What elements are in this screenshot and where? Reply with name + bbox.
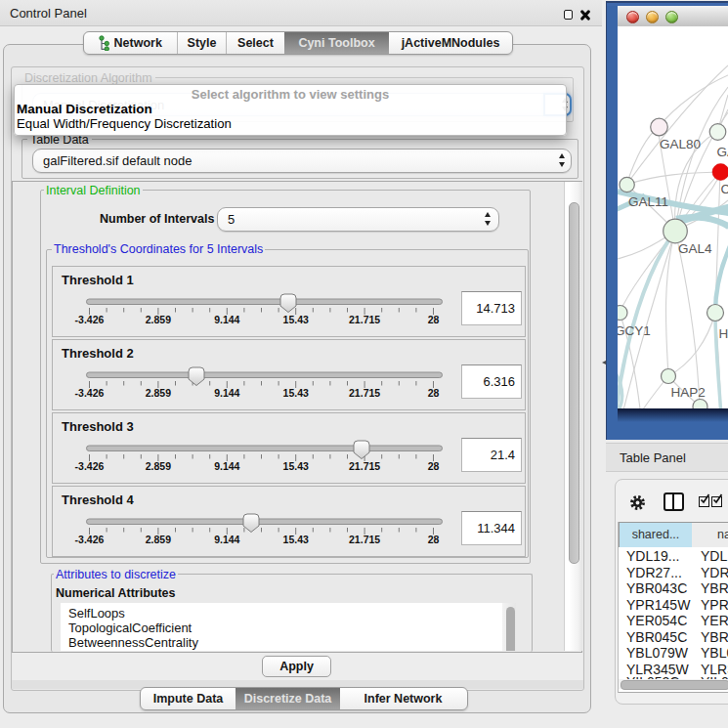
svg-text:28: 28: [428, 534, 440, 545]
svg-text:HAP2: HAP2: [671, 385, 706, 400]
svg-text:GCY1: GCY1: [618, 323, 651, 338]
svg-text:2.859: 2.859: [146, 460, 171, 472]
svg-text:2.859: 2.859: [146, 314, 171, 325]
svg-text:9.144: 9.144: [214, 314, 239, 325]
svg-text:21.715: 21.715: [349, 387, 380, 399]
svg-text:28: 28: [428, 460, 440, 472]
svg-text:21.715: 21.715: [349, 534, 380, 545]
svg-text:21.715: 21.715: [349, 314, 380, 325]
svg-text:21.715: 21.715: [349, 460, 380, 472]
svg-text:CYC8: CYC8: [721, 182, 728, 196]
svg-text:-3.426: -3.426: [75, 534, 105, 545]
svg-text:-3.426: -3.426: [75, 387, 105, 399]
svg-text:GAL80: GAL80: [660, 137, 701, 151]
svg-text:15.43: 15.43: [283, 387, 309, 399]
svg-text:2.859: 2.859: [146, 534, 171, 545]
svg-text:15.43: 15.43: [283, 460, 309, 472]
svg-text:9.144: 9.144: [214, 460, 239, 472]
svg-text:GAL2: GAL2: [717, 145, 728, 159]
svg-text:15.43: 15.43: [283, 534, 309, 545]
svg-text:-3.426: -3.426: [75, 314, 105, 325]
svg-text:28: 28: [428, 314, 440, 325]
svg-text:28: 28: [428, 387, 440, 399]
svg-text:HIS4: HIS4: [719, 326, 728, 341]
svg-text:15.43: 15.43: [283, 314, 309, 325]
svg-text:2.859: 2.859: [146, 387, 171, 399]
svg-text:GAL11: GAL11: [628, 194, 668, 209]
svg-text:GAL4: GAL4: [678, 241, 712, 256]
svg-text:9.144: 9.144: [214, 387, 239, 399]
svg-text:9.144: 9.144: [214, 534, 239, 545]
svg-text:-3.426: -3.426: [75, 460, 105, 472]
